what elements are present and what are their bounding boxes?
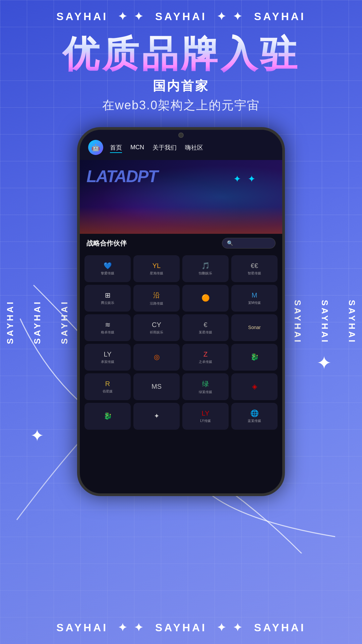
brand-icon-12: LY bbox=[104, 351, 112, 358]
phone-screen: 🤖 首页 MCN 关于我们 嗨社区 LATADPT ✦ bbox=[80, 130, 282, 493]
brand-logo-23: 🌐蓝某传媒 bbox=[231, 403, 278, 430]
brand-icon-16: R bbox=[105, 380, 110, 388]
brand-cell-13[interactable]: ◎ bbox=[133, 344, 180, 371]
brand-logo-15: 🐉 bbox=[231, 344, 278, 371]
brand-logo-3: €€智星传媒 bbox=[231, 255, 278, 282]
brand-logo-1: YL星旭传媒 bbox=[133, 255, 180, 282]
brand-name-7: 某M传媒 bbox=[248, 301, 261, 305]
brand-icon-19: ◈ bbox=[252, 382, 257, 390]
brand-logo-5: 沿沿路传媒 bbox=[133, 285, 180, 312]
brand-cell-2[interactable]: 🎵怡翻娱乐 bbox=[182, 255, 229, 282]
nav-link-mcn[interactable]: MCN bbox=[130, 144, 144, 151]
brand-logo-0: 💙挚爱传媒 bbox=[84, 255, 131, 282]
brand-cell-1[interactable]: YL星旭传媒 bbox=[133, 255, 180, 282]
brand-name-9: 祈雨娱乐 bbox=[150, 330, 163, 335]
brand-name-23: 蓝某传媒 bbox=[248, 419, 261, 423]
brand-cell-22[interactable]: LYLY传媒 bbox=[182, 403, 229, 430]
brand-logo-2: 🎵怡翻娱乐 bbox=[182, 255, 229, 282]
brand-icon-17: MS bbox=[152, 383, 162, 390]
brand-cell-4[interactable]: ⊞腾云娱乐 bbox=[84, 285, 131, 312]
brand-cell-11[interactable]: Sonar bbox=[231, 314, 278, 341]
phone-camera bbox=[178, 132, 184, 138]
brand-name-5: 沿路传媒 bbox=[150, 301, 163, 306]
brand-cell-5[interactable]: 沿沿路传媒 bbox=[133, 285, 180, 312]
nav-links: 首页 MCN 关于我们 嗨社区 bbox=[110, 144, 203, 152]
brand-logo-11: Sonar bbox=[231, 314, 278, 341]
brand-icon-11: Sonar bbox=[248, 325, 260, 330]
brand-logo-18: 绿绿某传媒 bbox=[182, 373, 229, 400]
brand-logo-7: M某M传媒 bbox=[231, 285, 278, 312]
brand-cell-18[interactable]: 绿绿某传媒 bbox=[182, 373, 229, 400]
hero-banner: LATADPT ✦ ✦ bbox=[80, 160, 282, 234]
brand-cell-17[interactable]: MS bbox=[133, 373, 180, 400]
brand-cell-7[interactable]: M某M传媒 bbox=[231, 285, 278, 312]
brand-icon-9: CY bbox=[152, 321, 161, 329]
brand-logo-12: LY承宸传媒 bbox=[84, 344, 131, 371]
brand-name-22: LY传媒 bbox=[200, 419, 211, 423]
brand-cell-6[interactable]: 🟠 bbox=[182, 285, 229, 312]
phone-mockup: 🤖 首页 MCN 关于我们 嗨社区 LATADPT ✦ bbox=[77, 127, 285, 496]
hero-stars: ✦ ✦ bbox=[233, 173, 255, 184]
brand-icon-1: YL bbox=[153, 262, 161, 270]
brand-cell-3[interactable]: €€智星传媒 bbox=[231, 255, 278, 282]
brand-cell-20[interactable]: 🐉 bbox=[84, 403, 131, 430]
nav-link-community[interactable]: 嗨社区 bbox=[185, 144, 203, 152]
main-content: 优质品牌入驻 国内首家 在web3.0架构之上的元宇宙 🤖 首页 MCN 关于我… bbox=[0, 27, 362, 496]
brand-logo-8: ≋格卓传媒 bbox=[84, 314, 131, 341]
brand-cell-0[interactable]: 💙挚爱传媒 bbox=[84, 255, 131, 282]
brand-logo-21: ✦ bbox=[133, 403, 180, 430]
brand-name-2: 怡翻娱乐 bbox=[199, 271, 212, 276]
brand-logo-4: ⊞腾云娱乐 bbox=[84, 285, 131, 312]
nav-link-about[interactable]: 关于我们 bbox=[153, 144, 177, 152]
brand-icon-22: LY bbox=[202, 410, 209, 417]
hero-text: LATADPT bbox=[86, 167, 158, 186]
hero-sunset bbox=[80, 207, 282, 234]
brand-icon-5: 沿 bbox=[153, 291, 160, 300]
hero-star-1: ✦ bbox=[233, 173, 241, 184]
brand-name-10: 某星传媒 bbox=[199, 330, 212, 335]
brand-icon-3: €€ bbox=[251, 262, 258, 270]
section-header: 战略合作伙伴 🔍 bbox=[80, 234, 282, 253]
brand-name-12: 承宸传媒 bbox=[101, 360, 114, 364]
brand-icon-21: ✦ bbox=[154, 412, 160, 420]
brand-logo-16: R佰星媒 bbox=[84, 373, 131, 400]
brand-icon-0: 💙 bbox=[104, 262, 112, 270]
sub-headline-1: 国内首家 bbox=[153, 77, 209, 95]
search-box[interactable]: 🔍 bbox=[222, 238, 276, 249]
brand-icon-2: 🎵 bbox=[201, 262, 210, 270]
brand-icon-7: M bbox=[252, 291, 257, 299]
brand-name-8: 格卓传媒 bbox=[101, 330, 114, 335]
brand-cell-19[interactable]: ◈ bbox=[231, 373, 278, 400]
search-icon: 🔍 bbox=[227, 240, 233, 246]
nav-link-home[interactable]: 首页 bbox=[110, 144, 122, 152]
brand-logo-14: Z之卓传媒 bbox=[182, 344, 229, 371]
brand-icon-15: 🐉 bbox=[250, 353, 259, 361]
brand-icon-4: ⊞ bbox=[105, 291, 111, 299]
hero-star-2: ✦ bbox=[248, 173, 255, 184]
brand-icon-14: Z bbox=[203, 351, 207, 358]
brand-icon-18: 绿 bbox=[202, 379, 209, 388]
brand-name-1: 星旭传媒 bbox=[150, 271, 163, 276]
sub-headline-2: 在web3.0架构之上的元宇宙 bbox=[102, 97, 260, 114]
main-headline: 优质品牌入驻 bbox=[62, 34, 300, 74]
brand-cell-16[interactable]: R佰星媒 bbox=[84, 373, 131, 400]
section-title-label: 战略合作伙伴 bbox=[86, 239, 127, 248]
brand-logo-6: 🟠 bbox=[182, 285, 229, 312]
brand-name-18: 绿某传媒 bbox=[199, 390, 212, 394]
brand-logo-22: LYLY传媒 bbox=[182, 403, 229, 430]
brand-icon-13: ◎ bbox=[154, 353, 160, 361]
brand-cell-15[interactable]: 🐉 bbox=[231, 344, 278, 371]
brand-cell-23[interactable]: 🌐蓝某传媒 bbox=[231, 403, 278, 430]
brand-cell-8[interactable]: ≋格卓传媒 bbox=[84, 314, 131, 341]
nav-logo: 🤖 bbox=[88, 140, 103, 155]
phone-outer-shell: 🤖 首页 MCN 关于我们 嗨社区 LATADPT ✦ bbox=[77, 127, 285, 496]
brand-cell-12[interactable]: LY承宸传媒 bbox=[84, 344, 131, 371]
brand-name-14: 之卓传媒 bbox=[199, 360, 212, 364]
brand-cell-9[interactable]: CY祈雨娱乐 bbox=[133, 314, 180, 341]
brand-cell-10[interactable]: €某星传媒 bbox=[182, 314, 229, 341]
banner-top-sayhai-2: SAYHAI bbox=[155, 10, 207, 23]
brand-cell-14[interactable]: Z之卓传媒 bbox=[182, 344, 229, 371]
brand-name-3: 智星传媒 bbox=[248, 271, 261, 276]
brand-cell-21[interactable]: ✦ bbox=[133, 403, 180, 430]
brand-name-16: 佰星媒 bbox=[103, 389, 113, 394]
